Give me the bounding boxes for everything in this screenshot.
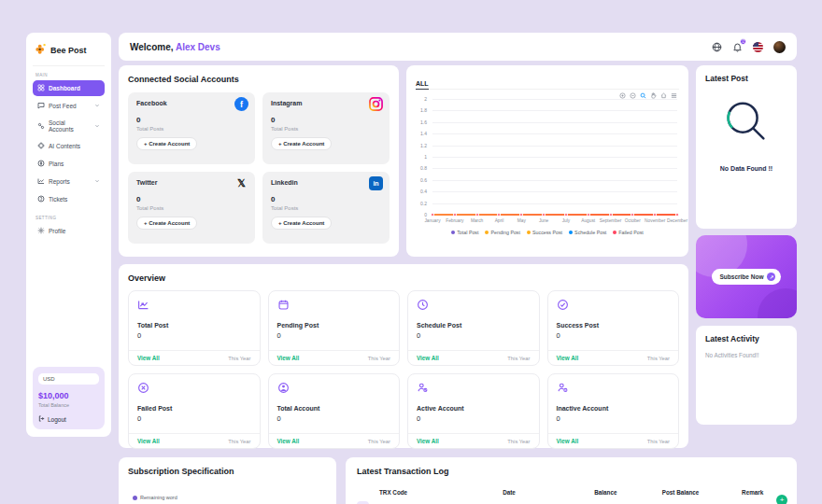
ai-contents-icon [37, 142, 45, 150]
column-trx-code: TRX Code [357, 489, 503, 496]
legend-item[interactable]: Total Post [451, 230, 478, 235]
sidebar: Bee Post MAIN Dashboard Post Feed Social… [26, 33, 111, 437]
chart-tab-all[interactable]: ALL [416, 80, 429, 90]
latest-activity-card: Latest Activity No Activities Found!! [696, 326, 797, 425]
logout-label: Logout [48, 416, 66, 423]
column-balance: Balance [594, 489, 662, 496]
linkedin-icon: in [369, 176, 383, 190]
no-activities-message: No Activities Found!! [705, 352, 787, 358]
sidebar-item-ai-contents[interactable]: AI Contents [33, 138, 105, 154]
total-balance-amount: $10,000 [38, 391, 99, 400]
account-total-posts-label: Total Posts [136, 205, 247, 211]
overview-tile-value: 0 [137, 331, 251, 340]
language-flag-icon[interactable] [753, 42, 763, 52]
logout-button[interactable]: Logout [38, 415, 99, 423]
view-all-link[interactable]: View All [417, 438, 439, 444]
subscribe-now-button[interactable]: Subscribe Now ↗ [712, 269, 782, 285]
chevron-down-icon [94, 103, 100, 109]
sidebar-item-post-feed[interactable]: Post Feed [33, 98, 105, 114]
legend-item[interactable]: Failed Post [613, 230, 644, 235]
create-account-button[interactable]: + Create Account [271, 217, 332, 230]
social-account-tile-twitter: Twitter 𝕏 0 Total Posts + Create Account [128, 172, 255, 244]
welcome-text: Welcome, Alex Devs [130, 42, 220, 52]
arrow-up-right-icon: ↗ [767, 273, 775, 281]
view-all-link[interactable]: View All [417, 355, 439, 361]
overview-tile-pending-post: Pending Post 0 View All This Year [268, 290, 401, 366]
period-label: This Year [368, 439, 390, 444]
check-circle-icon [557, 298, 569, 314]
view-all-link[interactable]: View All [277, 355, 300, 361]
legend-label: Remaining word [140, 495, 177, 500]
sidebar-item-dashboard[interactable]: Dashboard [33, 80, 105, 96]
sidebar-item-tickets[interactable]: Tickets [33, 191, 105, 207]
create-account-button[interactable]: + Create Account [136, 217, 197, 230]
sidebar-item-label: AI Contents [49, 143, 80, 149]
sidebar-item-label: Profile [49, 228, 65, 234]
account-total-posts-value: 0 [271, 195, 381, 203]
account-name: Instagram [271, 100, 381, 106]
sidebar-item-label: Plans [49, 161, 64, 167]
view-all-link[interactable]: View All [557, 438, 579, 444]
account-total-posts-value: 0 [136, 116, 247, 124]
overview-tile-value: 0 [417, 331, 531, 340]
sidebar-item-profile[interactable]: Profile [33, 223, 105, 239]
overview-tile-value: 0 [137, 414, 251, 423]
notification-bell-icon[interactable]: 0 [732, 42, 743, 52]
legend-item[interactable]: Success Post [527, 230, 562, 235]
chart-plot-area[interactable] [432, 99, 677, 215]
currency-select[interactable]: USD [38, 373, 99, 385]
period-label: This Year [647, 439, 670, 444]
create-account-button[interactable]: + Create Account [271, 137, 332, 150]
overview-tile-value: 0 [277, 414, 391, 423]
legend-item[interactable]: Schedule Post [569, 230, 606, 235]
chart-x-axis: JanuaryFebruaryMarchAprilMayJuneJulyAugu… [432, 218, 677, 226]
brand-logo: Bee Post [33, 40, 105, 66]
view-all-link[interactable]: View All [137, 355, 160, 361]
post-feed-icon [37, 102, 45, 110]
sidebar-item-label: Post Feed [49, 103, 77, 109]
account-name: Linkedin [271, 179, 381, 186]
user-circle-icon [277, 381, 290, 397]
view-all-link[interactable]: View All [557, 355, 579, 361]
top-bar: Welcome, Alex Devs 0 [119, 33, 797, 61]
chart-series-line [432, 214, 677, 216]
reports-icon [37, 177, 45, 186]
subscription-spec-legend: Remaining word [133, 495, 327, 500]
logout-icon [38, 415, 45, 423]
subscription-specification-card: Subscription Specification Remaining wor… [119, 457, 336, 504]
subscribe-now-label: Subscribe Now [720, 273, 764, 280]
social-account-tile-facebook: Facebook f 0 Total Posts + Create Accoun… [128, 92, 255, 164]
overview-title: Overview [128, 273, 679, 283]
latest-transaction-log-card: Latest Transaction Log TRX Code Date Bal… [346, 457, 797, 504]
create-account-button[interactable]: + Create Account [136, 137, 197, 150]
add-transaction-button[interactable]: + [776, 495, 787, 504]
chevron-down-icon [94, 178, 100, 185]
gear-icon [37, 227, 45, 235]
subscription-spec-title: Subscription Specification [128, 467, 327, 476]
overview-tile-total-post: Total Post 0 View All This Year [128, 290, 261, 366]
calendar-icon [277, 298, 290, 314]
social-account-tile-instagram: Instagram 0 Total Posts + Create Account [262, 92, 390, 164]
view-all-link[interactable]: View All [137, 438, 160, 444]
social-account-tile-linkedin: Linkedin in 0 Total Posts + Create Accou… [262, 172, 390, 244]
overview-tile-title: Pending Post [277, 322, 391, 329]
period-label: This Year [647, 356, 670, 361]
legend-item[interactable]: Pending Post [485, 230, 520, 235]
sidebar-item-social-accounts[interactable]: Social Accounts [33, 116, 105, 136]
sidebar-item-plans[interactable]: Plans [33, 156, 105, 172]
user-check-icon [417, 381, 429, 397]
overview-tile-value: 0 [557, 331, 671, 340]
sidebar-item-reports[interactable]: Reports [33, 174, 105, 189]
tickets-icon [37, 195, 45, 203]
sidebar-item-label: Dashboard [49, 85, 80, 91]
connected-social-accounts-card: Connected Social Accounts Facebook f 0 T… [119, 65, 399, 257]
user-avatar[interactable] [773, 41, 786, 53]
x-circle-icon [137, 381, 149, 397]
social-section-title: Connected Social Accounts [128, 75, 390, 84]
view-all-link[interactable]: View All [277, 438, 300, 444]
period-label: This Year [507, 439, 530, 444]
instagram-icon [369, 97, 383, 115]
overview-tile-total-account: Total Account 0 View All This Year [268, 373, 401, 449]
account-name: Facebook [136, 100, 247, 106]
globe-icon[interactable] [712, 42, 722, 52]
